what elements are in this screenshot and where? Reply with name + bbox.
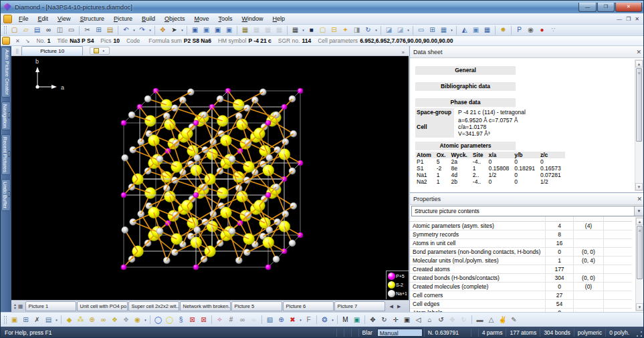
properties-row[interactable]: Atomic parameters (asym. sites)4(4) (410, 222, 632, 230)
picture-new-icon[interactable]: ▢ (317, 25, 328, 35)
tab-list-icon[interactable]: ▦ (18, 303, 23, 309)
scroll-down-icon[interactable]: ▼ (635, 183, 643, 190)
s-shape-icon[interactable]: § (175, 315, 187, 325)
home-view-icon[interactable]: ⌂ (424, 315, 435, 325)
picture-dark-icon[interactable]: ■ (306, 25, 317, 35)
move-tool-icon[interactable]: ✥ (367, 315, 379, 325)
bond-pair-icon[interactable]: ∞ (237, 315, 248, 325)
toolbar-grip[interactable] (4, 26, 7, 34)
picture-frame-icon[interactable]: ◨ (351, 25, 362, 35)
tabbar-grip[interactable]: ⣿ (15, 49, 19, 54)
menu-item-structure[interactable]: Structure (75, 14, 109, 23)
zoom-picture-in-icon[interactable]: ◪ (383, 25, 395, 35)
bond-frame-icon[interactable]: # (225, 315, 237, 325)
add-atoms-icon[interactable]: ⊕ (86, 315, 98, 325)
properties-row[interactable]: Molecular units (mol./polym. sites)1(0, … (410, 257, 632, 265)
datasheet-close-icon[interactable]: ✕ (636, 49, 641, 55)
properties-row[interactable]: Symmetry records8 (410, 230, 632, 239)
atom-legend[interactable]: P+5S-2Na+1 (386, 271, 409, 299)
copy-icon[interactable]: ⊞ (93, 25, 104, 35)
picture-tab-2[interactable]: Unit cell with PO4 po... (77, 301, 128, 311)
connect-atoms-icon[interactable]: ∞ (98, 315, 109, 325)
picture-refresh-icon[interactable]: ↻ (362, 25, 374, 35)
properties-row[interactable]: Bond parameters (non-bonding contacts, H… (410, 248, 632, 257)
picture-properties-icon[interactable]: ▣ (9, 315, 20, 325)
delete-red-dropdown-icon[interactable]: ▾ (298, 318, 303, 322)
polyhedron-diamond-icon[interactable]: ◆ (64, 315, 75, 325)
fill-sphere-icon[interactable]: ◉ (132, 315, 143, 325)
rotate-tool-icon[interactable]: ↻ (379, 315, 390, 325)
document-icon[interactable] (3, 15, 12, 23)
crystal-structure-drawing[interactable]: b a (11, 56, 409, 300)
properties-selector[interactable]: Structure picture contents ▼ (411, 206, 644, 216)
print-preview-icon[interactable]: ◫ (54, 25, 66, 35)
doc-close-button[interactable]: ✕ (635, 16, 639, 22)
menu-item-file[interactable]: File (14, 14, 33, 23)
doc-minimize-button[interactable]: — (617, 16, 622, 22)
fill-sphere-dropdown-icon[interactable]: ▾ (143, 318, 148, 322)
picture-forward-icon[interactable]: ⊞ (20, 315, 31, 325)
window-data-icon[interactable]: ▣ (212, 25, 223, 35)
dock-tab-navigation[interactable]: Navigation (1, 102, 11, 130)
molecule-cluster-icon[interactable]: ⁂ (75, 315, 86, 325)
layout-single-icon[interactable]: ▭ (415, 25, 427, 35)
picture-tab-7[interactable]: Picture 7 (334, 301, 385, 311)
undo-icon[interactable]: ↶ (120, 25, 132, 35)
zoom-picture-out-icon[interactable]: ◪ (395, 25, 406, 35)
structure-canvas-area[interactable]: b a P+5S-2Na+1 (11, 56, 409, 300)
letter-m-icon[interactable]: M (340, 315, 351, 325)
polygon-blue-icon[interactable]: ◯ (152, 315, 164, 325)
tab-picture-10[interactable]: Picture 10 (21, 46, 83, 55)
properties-close-icon[interactable]: ✕ (637, 196, 642, 202)
properties-row[interactable]: Created bonds (H-bonds/contacts)304(0, 0… (410, 274, 632, 283)
properties-scrollbar[interactable]: ▲ ▼ (635, 217, 644, 311)
menu-item-view[interactable]: View (53, 14, 75, 23)
properties-row[interactable]: Created atoms177 (410, 265, 632, 274)
picture-refresh-dropdown-icon[interactable]: ▾ (374, 28, 379, 32)
destroy-lattice-2-icon[interactable]: ⊠ (198, 315, 209, 325)
diagram-table-icon[interactable]: ▦ (481, 25, 493, 35)
tab-overflow-button[interactable]: » (402, 49, 405, 55)
close-button[interactable]: ✕ (615, 3, 642, 12)
bond-create-icon[interactable]: ✧ (214, 315, 225, 325)
tabs-prev-button[interactable]: ◀ (390, 304, 393, 309)
redo-dropdown-icon[interactable]: ▾ (148, 28, 152, 32)
dock-tab-recent-pictures[interactable]: Recent Pictures (1, 134, 11, 175)
zoom-picture-out-dropdown-icon[interactable]: ▾ (406, 28, 411, 32)
picture-export-dropdown-icon[interactable]: ▾ (54, 318, 59, 322)
menu-item-help[interactable]: Help (268, 14, 290, 23)
tab-spinner[interactable]: ▲▼ (13, 303, 17, 310)
picture-tab-4[interactable]: Network with broken... (180, 301, 231, 311)
layout-split-icon[interactable]: ⊞ (427, 25, 438, 35)
datasheet-scrollbar[interactable]: ▲ ▼ (635, 59, 643, 191)
new-document-icon[interactable]: ▢ (9, 25, 20, 35)
menu-item-picture[interactable]: Picture (109, 14, 137, 23)
color-wheel-dropdown-icon[interactable]: ▾ (330, 318, 335, 322)
properties-row[interactable]: Cell edges54 (410, 300, 632, 309)
redo-icon[interactable]: ↷ (136, 25, 148, 35)
menu-item-objects[interactable]: Objects (160, 14, 190, 23)
zoom-window-tool-icon[interactable]: ▣ (401, 315, 413, 325)
scroll-up-icon[interactable]: ▲ (636, 218, 643, 225)
select-arrow-dropdown-icon[interactable]: ▾ (180, 28, 185, 32)
minimize-button[interactable]: — (578, 3, 597, 12)
scroll-up-icon[interactable]: ▲ (635, 60, 643, 67)
translate-tool-icon[interactable]: ✛ (390, 315, 401, 325)
diagram-picture-icon[interactable]: ▣ (470, 25, 481, 35)
title-bar[interactable]: Diamond - [Na3PS4-10-pictures.diamdoc] —… (1, 1, 644, 13)
polygon-yellow-icon[interactable]: ◯ (164, 315, 175, 325)
powder-pattern-p-icon[interactable]: P (514, 25, 525, 35)
dock-tab-undo-buffer[interactable]: Undo Buffer (1, 179, 11, 211)
atom-table-row[interactable]: P152a-4..000 (415, 158, 565, 165)
destroy-lattice-1-icon[interactable]: ⊠ (187, 315, 198, 325)
find-binoculars-icon[interactable]: ∞ (43, 25, 54, 35)
atom-table-row[interactable]: S1-28e10.158080.182910.16573 (415, 165, 565, 172)
datasheet-titlebar[interactable]: Data sheet ✕ (410, 46, 644, 58)
print-icon[interactable]: ▭ (66, 25, 77, 35)
dock-tab-auto-picture-creator[interactable]: Auto Picture Creator (1, 47, 11, 98)
unit-cube-icon[interactable]: ▧ (264, 315, 276, 325)
menu-item-edit[interactable]: Edit (33, 14, 53, 23)
picture-teal-icon[interactable]: ▣ (351, 315, 362, 325)
menu-item-window[interactable]: Window (237, 14, 268, 23)
close-structure-icon[interactable]: ✕ (15, 38, 20, 44)
